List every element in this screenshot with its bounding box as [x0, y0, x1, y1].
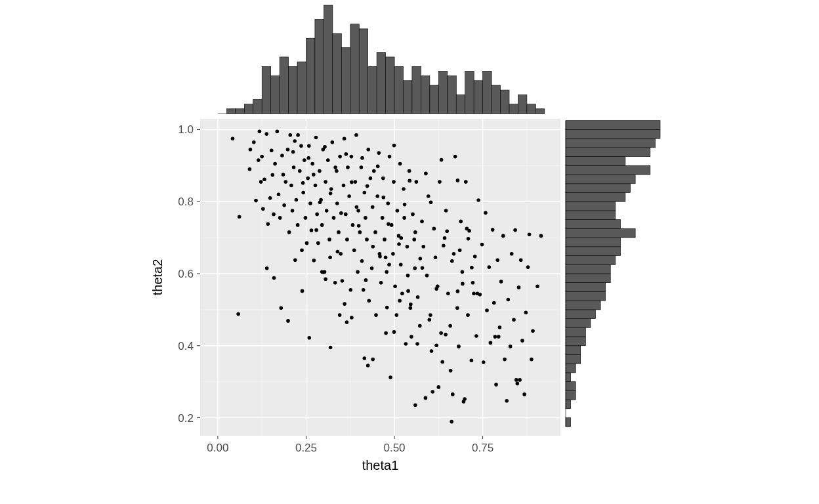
svg-point-88 — [338, 155, 342, 159]
svg-point-270 — [378, 255, 382, 259]
svg-rect-366 — [566, 228, 635, 238]
svg-point-64 — [310, 228, 314, 232]
svg-point-294 — [476, 291, 480, 295]
svg-point-93 — [344, 213, 348, 217]
svg-point-177 — [457, 345, 461, 348]
svg-point-32 — [266, 222, 270, 226]
svg-point-195 — [489, 341, 493, 345]
svg-rect-354 — [566, 337, 585, 346]
svg-point-190 — [480, 243, 484, 247]
svg-point-80 — [328, 256, 332, 260]
svg-point-148 — [409, 303, 413, 306]
svg-point-290 — [398, 299, 402, 303]
svg-point-298 — [324, 277, 327, 281]
svg-point-293 — [458, 249, 462, 253]
svg-point-146 — [406, 274, 410, 278]
svg-rect-365 — [566, 238, 620, 247]
svg-point-227 — [329, 192, 333, 196]
svg-point-85 — [335, 169, 339, 173]
svg-point-28 — [260, 155, 264, 159]
svg-point-182 — [466, 313, 470, 317]
svg-point-198 — [494, 383, 498, 387]
svg-point-287 — [338, 313, 342, 317]
scatter-panel — [200, 119, 560, 436]
svg-point-244 — [419, 257, 423, 261]
svg-point-109 — [363, 191, 367, 195]
svg-point-184 — [470, 359, 474, 363]
svg-rect-344 — [536, 109, 545, 114]
svg-point-238 — [387, 222, 390, 226]
svg-point-241 — [403, 203, 407, 207]
x-tick-label: 0.00 — [207, 442, 228, 454]
svg-rect-341 — [509, 104, 518, 114]
svg-point-113 — [368, 299, 371, 303]
svg-point-205 — [507, 298, 511, 302]
svg-point-185 — [471, 281, 475, 285]
svg-rect-369 — [566, 201, 616, 211]
svg-point-207 — [510, 252, 514, 256]
svg-point-164 — [434, 256, 438, 260]
svg-point-301 — [387, 263, 391, 267]
svg-point-285 — [465, 227, 469, 231]
svg-rect-330 — [412, 66, 421, 114]
svg-point-96 — [347, 194, 351, 198]
svg-point-283 — [470, 266, 474, 270]
svg-point-175 — [453, 155, 457, 159]
svg-point-253 — [467, 237, 471, 241]
svg-point-49 — [291, 209, 295, 213]
svg-point-34 — [270, 149, 274, 153]
svg-point-103 — [356, 270, 360, 274]
svg-point-77 — [325, 209, 329, 213]
joint-scatter-marginal-plot: 0.000.250.500.750.20.40.60.81.0theta1the… — [0, 0, 819, 504]
svg-point-41 — [280, 154, 284, 158]
svg-point-150 — [411, 213, 415, 217]
svg-point-212 — [519, 258, 523, 262]
svg-rect-360 — [566, 283, 606, 292]
svg-point-131 — [388, 375, 392, 379]
svg-point-255 — [272, 276, 276, 280]
svg-point-118 — [373, 230, 377, 234]
svg-point-246 — [429, 201, 433, 205]
svg-rect-317 — [297, 62, 306, 114]
svg-rect-377 — [566, 130, 660, 139]
svg-point-221 — [296, 133, 300, 137]
svg-point-105 — [358, 230, 362, 234]
svg-point-203 — [503, 358, 507, 362]
svg-point-196 — [491, 228, 495, 232]
svg-point-25 — [257, 158, 261, 162]
svg-rect-319 — [315, 20, 324, 114]
svg-point-267 — [357, 224, 361, 228]
svg-point-51 — [293, 139, 297, 143]
svg-point-224 — [312, 173, 316, 177]
svg-point-202 — [501, 234, 505, 238]
svg-point-297 — [539, 234, 543, 238]
svg-point-178 — [459, 220, 463, 224]
svg-point-63 — [308, 201, 312, 205]
svg-point-208 — [512, 318, 516, 322]
svg-point-225 — [318, 201, 322, 205]
svg-point-216 — [526, 265, 530, 269]
svg-point-55 — [299, 144, 303, 148]
svg-rect-351 — [566, 364, 576, 373]
svg-rect-348 — [566, 390, 576, 400]
svg-point-59 — [304, 216, 308, 220]
svg-rect-358 — [566, 301, 600, 310]
svg-point-43 — [282, 203, 286, 207]
svg-point-136 — [395, 313, 399, 317]
svg-point-57 — [301, 191, 305, 195]
svg-point-48 — [289, 184, 293, 188]
svg-point-268 — [364, 278, 368, 282]
svg-point-52 — [295, 198, 299, 202]
svg-point-68 — [314, 136, 318, 140]
svg-point-71 — [318, 169, 322, 173]
svg-rect-339 — [492, 85, 501, 114]
svg-point-279 — [442, 243, 446, 247]
svg-point-46 — [287, 230, 291, 234]
svg-point-237 — [382, 196, 386, 200]
svg-point-23 — [252, 140, 256, 144]
svg-rect-350 — [566, 373, 571, 382]
svg-point-187 — [474, 334, 478, 338]
svg-rect-331 — [421, 76, 430, 114]
svg-rect-315 — [280, 57, 289, 114]
svg-rect-310 — [236, 109, 245, 114]
